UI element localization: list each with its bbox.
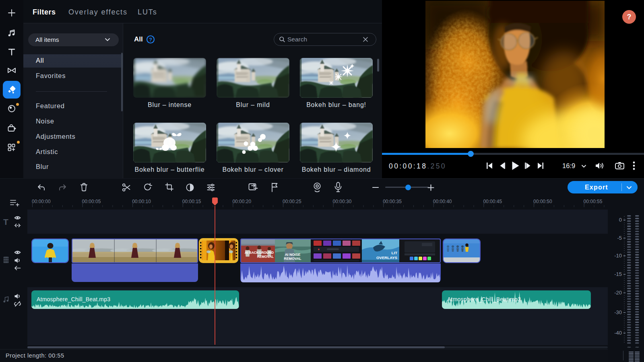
svg-text:REMOVAL: REMOVAL	[257, 255, 274, 259]
svg-text:OVERLAYS: OVERLAYS	[376, 255, 397, 260]
svg-text:REMOVAL: REMOVAL	[284, 257, 301, 261]
svg-text:AI NOISE: AI NOISE	[285, 253, 301, 257]
svg-text:LIT: LIT	[392, 251, 398, 255]
svg-text:AI BACKGROUND: AI BACKGROUND	[245, 251, 274, 255]
svg-text:?: ?	[149, 37, 152, 43]
